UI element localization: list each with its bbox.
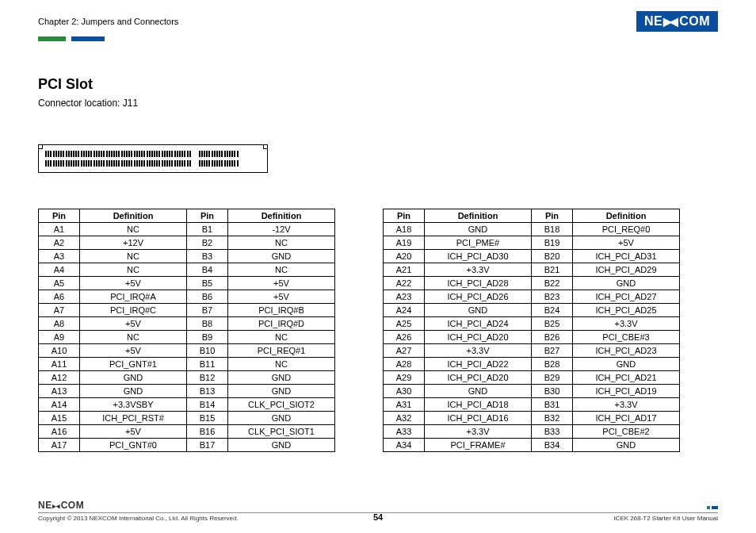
table-row: A16+5VB16CLK_PCI_SIOT1 [39, 425, 335, 439]
table-cell: B4 [187, 263, 228, 277]
logo-text-right: COM [679, 14, 710, 29]
page-number: 54 [373, 512, 383, 522]
table-cell: +3.3V [425, 263, 532, 277]
table-row: A6PCI_IRQ#AB6+5V [39, 290, 335, 304]
table-row: A27+3.3VB27ICH_PCI_AD23 [384, 344, 680, 358]
table-cell: B31 [532, 398, 573, 412]
table-cell: A15 [39, 412, 80, 425]
table-cell: +3.3VSBY [80, 398, 187, 412]
table-cell: GND [228, 439, 335, 452]
table-cell: GND [573, 439, 680, 452]
table-cell: B20 [532, 250, 573, 263]
table-cell: B3 [187, 250, 228, 263]
diagram-pin-bank-2 [199, 151, 239, 167]
table-cell: PCI_PME# [425, 236, 532, 250]
table-cell: A20 [384, 250, 425, 263]
table-cell: GND [228, 250, 335, 263]
table-cell: +5V [80, 277, 187, 290]
section-title: PCI Slot [38, 76, 718, 93]
table-cell: B29 [532, 371, 573, 385]
table-cell: NC [80, 223, 187, 236]
table-cell: B13 [187, 385, 228, 398]
table-cell: PCI_IRQ#B [228, 304, 335, 317]
table-row: A2+12VB2NC [39, 236, 335, 250]
table-cell: B25 [532, 317, 573, 331]
table-cell: ICH_PCI_AD20 [425, 331, 532, 344]
table-cell: B6 [187, 290, 228, 304]
table-cell: +5V [573, 236, 680, 250]
table-cell: A14 [39, 398, 80, 412]
table-row: A11PCI_GNT#1B11NC [39, 358, 335, 371]
table-cell: A18 [384, 223, 425, 236]
table-cell: B34 [532, 439, 573, 452]
table-cell: +3.3V [425, 344, 532, 358]
table-row: A32ICH_PCI_AD16B32ICH_PCI_AD17 [384, 412, 680, 425]
table-row: A1NCB1-12V [39, 223, 335, 236]
table-row: A24GNDB24ICH_PCI_AD25 [384, 304, 680, 317]
table-row: A14+3.3VSBYB14CLK_PCI_SIOT2 [39, 398, 335, 412]
table-cell: B24 [532, 304, 573, 317]
table-cell: GND [573, 277, 680, 290]
table-row: A15ICH_PCI_RST#B15GND [39, 412, 335, 425]
footer-docname: ICEK 268-T2 Starter Kit User Manual [613, 515, 718, 522]
table-cell: ICH_PCI_AD30 [425, 250, 532, 263]
table-cell: CLK_PCI_SIOT2 [228, 398, 335, 412]
table-cell: NC [228, 358, 335, 371]
table-cell: ICH_PCI_AD21 [573, 371, 680, 385]
table-cell: PCI_CBE#3 [573, 331, 680, 344]
table-row: A8+5VB8PCI_IRQ#D [39, 317, 335, 331]
table-row: A20ICH_PCI_AD30B20ICH_PCI_AD31 [384, 250, 680, 263]
table-cell: ICH_PCI_AD25 [573, 304, 680, 317]
table-row: A34PCI_FRAME#B34GND [384, 439, 680, 452]
section-subtitle: Connector location: J11 [38, 98, 718, 109]
table-cell: ICH_PCI_AD20 [425, 371, 532, 385]
table-cell: PCI_GNT#1 [80, 358, 187, 371]
table-row: A22ICH_PCI_AD28B22GND [384, 277, 680, 290]
table-cell: A1 [39, 223, 80, 236]
table-cell: -12V [228, 223, 335, 236]
table-cell: GND [425, 223, 532, 236]
table-cell: B2 [187, 236, 228, 250]
table-row: A19PCI_PME#B19+5V [384, 236, 680, 250]
table-cell: CLK_PCI_SIOT1 [228, 425, 335, 439]
table-cell: A25 [384, 317, 425, 331]
table-cell: B8 [187, 317, 228, 331]
table-row: A29ICH_PCI_AD20B29ICH_PCI_AD21 [384, 371, 680, 385]
th-def: Definition [80, 209, 187, 223]
table-row: A21+3.3VB21ICH_PCI_AD29 [384, 263, 680, 277]
table-cell: B26 [532, 331, 573, 344]
table-cell: B7 [187, 304, 228, 317]
table-cell: A28 [384, 358, 425, 371]
table-cell: A24 [384, 304, 425, 317]
table-cell: A9 [39, 331, 80, 344]
table-cell: GND [228, 412, 335, 425]
th-pin: Pin [384, 209, 425, 223]
table-cell: +5V [80, 317, 187, 331]
table-cell: B19 [532, 236, 573, 250]
logo-text-left: NE [644, 14, 662, 29]
table-cell: A13 [39, 385, 80, 398]
table-cell: NC [228, 236, 335, 250]
table-row: A17PCI_GNT#0B17GND [39, 439, 335, 452]
table-cell: ICH_PCI_AD16 [425, 412, 532, 425]
table-cell: B18 [532, 223, 573, 236]
table-row: A7PCI_IRQ#CB7PCI_IRQ#B [39, 304, 335, 317]
th-def: Definition [573, 209, 680, 223]
table-row: A30GNDB30ICH_PCI_AD19 [384, 385, 680, 398]
table-row: A23ICH_PCI_AD26B23ICH_PCI_AD27 [384, 290, 680, 304]
th-pin: Pin [532, 209, 573, 223]
table-cell: A23 [384, 290, 425, 304]
table-row: A5+5VB5+5V [39, 277, 335, 290]
table-cell: A11 [39, 358, 80, 371]
table-cell: NC [80, 250, 187, 263]
table-cell: B21 [532, 263, 573, 277]
table-cell: B33 [532, 425, 573, 439]
table-cell: ICH_PCI_AD19 [573, 385, 680, 398]
table-cell: A7 [39, 304, 80, 317]
table-row: A28ICH_PCI_AD22B28GND [384, 358, 680, 371]
table-cell: A30 [384, 385, 425, 398]
th-pin: Pin [187, 209, 228, 223]
table-cell: A21 [384, 263, 425, 277]
table-cell: +12V [80, 236, 187, 250]
table-cell: +5V [80, 425, 187, 439]
